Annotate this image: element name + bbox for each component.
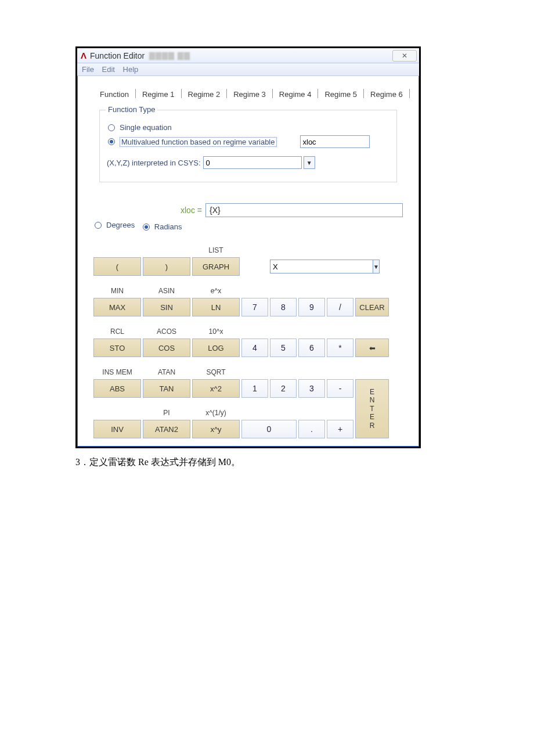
- key-clear[interactable]: CLEAR: [355, 298, 389, 316]
- regime-variable-input[interactable]: [300, 135, 370, 148]
- radio-single[interactable]: [108, 124, 115, 131]
- csys-input[interactable]: [203, 156, 302, 169]
- radio-degrees[interactable]: [95, 222, 102, 229]
- label-rcl: RCL: [93, 318, 141, 337]
- key-open-paren[interactable]: (: [93, 257, 141, 276]
- tab-regime6[interactable]: Regime 6: [364, 87, 409, 102]
- radio-multivalued-label: Multivalued function based on regime var…: [120, 137, 277, 147]
- radio-single-label: Single equation: [120, 123, 172, 132]
- angle-mode-group: Degrees Radians: [93, 221, 403, 231]
- key-8[interactable]: 8: [270, 298, 297, 316]
- key-cos[interactable]: COS: [143, 339, 190, 357]
- key-sto[interactable]: STO: [93, 339, 141, 357]
- tab-regime5[interactable]: Regime 5: [318, 87, 363, 102]
- tab-row: Function Regime 1 Regime 2 Regime 3 Regi…: [93, 87, 412, 102]
- menu-edit[interactable]: Edit: [102, 65, 115, 74]
- enter-letter: E: [370, 388, 374, 396]
- key-0[interactable]: 0: [241, 420, 297, 438]
- key-6[interactable]: 6: [298, 339, 325, 357]
- key-multiply[interactable]: *: [327, 339, 353, 357]
- key-inv[interactable]: INV: [93, 420, 141, 438]
- key-graph[interactable]: GRAPH: [192, 257, 240, 276]
- key-2[interactable]: 2: [270, 379, 297, 398]
- tab-regime1[interactable]: Regime 1: [136, 87, 181, 102]
- radio-radians-label: Radians: [154, 222, 182, 231]
- key-close-paren[interactable]: ): [143, 257, 190, 276]
- radio-radians[interactable]: [143, 224, 150, 231]
- enter-letter: R: [370, 422, 375, 430]
- expression-input[interactable]: [205, 203, 403, 217]
- groupbox-legend: Function Type: [106, 105, 157, 114]
- label-asin: ASIN: [143, 278, 190, 296]
- key-1[interactable]: 1: [241, 379, 268, 398]
- expression-lhs: xloc =: [181, 206, 202, 215]
- key-enter[interactable]: E N T E R: [355, 379, 389, 438]
- csys-label: (X,Y,Z) interpreted in CSYS:: [107, 159, 201, 167]
- caption-text: 3．定义雷诺数 Re 表达式并存储到 M0。: [75, 456, 476, 469]
- key-minus[interactable]: -: [327, 379, 353, 398]
- key-atan2[interactable]: ATAN2: [143, 420, 190, 438]
- menu-file[interactable]: File: [82, 65, 94, 74]
- label-ex: e^x: [192, 278, 240, 296]
- label-sqrt: SQRT: [192, 359, 240, 377]
- key-backspace[interactable]: ⬅: [355, 339, 389, 357]
- key-abs[interactable]: ABS: [93, 379, 141, 398]
- key-log[interactable]: LOG: [192, 339, 240, 357]
- enter-letter: E: [370, 413, 374, 421]
- label-atan: ATAN: [143, 359, 190, 377]
- menu-help[interactable]: Help: [123, 65, 139, 74]
- key-7[interactable]: 7: [241, 298, 268, 316]
- key-4[interactable]: 4: [241, 339, 268, 357]
- key-xy[interactable]: x^y: [192, 420, 240, 438]
- radio-degrees-label: Degrees: [106, 221, 135, 229]
- key-tan[interactable]: TAN: [143, 379, 190, 398]
- csys-dropdown-button[interactable]: ▼: [304, 156, 315, 169]
- key-divide[interactable]: /: [327, 298, 353, 316]
- tab-function[interactable]: Function: [93, 87, 135, 102]
- enter-letter: N: [370, 396, 375, 404]
- key-xsq[interactable]: x^2: [192, 379, 240, 398]
- key-3[interactable]: 3: [298, 379, 325, 398]
- window-title: Function Editor: [90, 51, 145, 60]
- label-tenx: 10^x: [192, 318, 240, 337]
- label-acos: ACOS: [143, 318, 190, 337]
- app-icon: Λ: [81, 51, 86, 60]
- key-9[interactable]: 9: [298, 298, 325, 316]
- enter-letter: T: [370, 405, 374, 413]
- label-xroot: x^(1/y): [192, 399, 240, 418]
- key-5[interactable]: 5: [270, 339, 297, 357]
- titlebar: Λ Function Editor ▇▇▇▇ ▇▇ ✕: [77, 48, 419, 63]
- tab-regime4[interactable]: Regime 4: [273, 87, 318, 102]
- key-dot[interactable]: .: [298, 420, 325, 438]
- title-blur: ▇▇▇▇ ▇▇: [149, 51, 190, 60]
- keypad: LIST ( ) GRAPH ▼: [93, 237, 403, 438]
- label-min: MIN: [93, 278, 141, 296]
- menubar: File Edit Help: [77, 63, 419, 76]
- key-ln[interactable]: LN: [192, 298, 240, 316]
- label-list: LIST: [192, 237, 240, 255]
- function-editor-window: Λ Function Editor ▇▇▇▇ ▇▇ ✕ File Edit He…: [75, 46, 421, 448]
- label-pi: PI: [143, 399, 190, 418]
- close-button[interactable]: ✕: [392, 50, 417, 62]
- key-sin[interactable]: SIN: [143, 298, 190, 316]
- label-insmem: INS MEM: [93, 359, 141, 377]
- radio-multivalued[interactable]: [108, 138, 115, 145]
- key-plus[interactable]: +: [327, 420, 353, 438]
- key-max[interactable]: MAX: [93, 298, 141, 316]
- tab-regime3[interactable]: Regime 3: [227, 87, 272, 102]
- function-type-group: Function Type Single equation Multivalue…: [99, 110, 397, 182]
- tab-regime2[interactable]: Regime 2: [182, 87, 227, 102]
